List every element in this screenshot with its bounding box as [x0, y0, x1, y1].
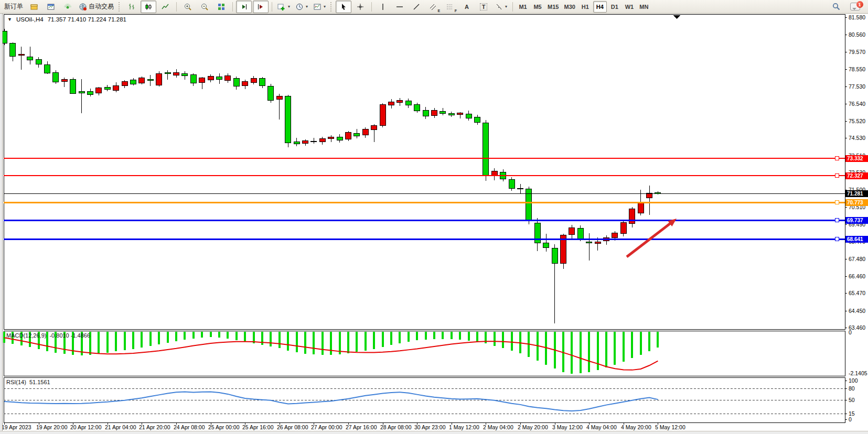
chevron-down-icon: ▾ — [324, 4, 326, 9]
price-chart[interactable]: 81.58080.56079.57078.55077.53076.54075.5… — [0, 14, 868, 434]
text-label-button[interactable]: T — [476, 1, 491, 13]
timeframe-m1-button[interactable]: M1 — [516, 1, 530, 13]
templates-button[interactable]: ▾ — [311, 1, 328, 13]
svg-text:25 Apr 00:00: 25 Apr 00:00 — [208, 424, 240, 430]
crosshair-button[interactable] — [352, 1, 368, 13]
macd-label: MACD(12,26,9) -0.8010 -1.4866 — [6, 332, 90, 339]
autotrade-globe-icon — [79, 3, 87, 11]
svg-text:20 Apr 12:00: 20 Apr 12:00 — [70, 424, 102, 430]
toolbar-separator — [272, 2, 272, 12]
svg-text:73.332: 73.332 — [847, 156, 863, 161]
rsi-label: RSI(14) 51.1561 — [6, 379, 50, 385]
svg-text:69.737: 69.737 — [847, 218, 863, 223]
text-button[interactable]: A — [459, 1, 475, 13]
svg-text:80: 80 — [849, 385, 855, 392]
svg-text:5 May 12:00: 5 May 12:00 — [655, 424, 685, 430]
notifications-button[interactable]: 1 — [847, 1, 863, 13]
svg-text:77.530: 77.530 — [849, 83, 865, 90]
timeframe-h1-button[interactable]: H1 — [578, 1, 592, 13]
timeframe-m30-button[interactable]: M30 — [562, 1, 577, 13]
shapes-icon — [495, 3, 503, 11]
symbol-ohlc: 71.357 71.410 71.224 71.281 — [48, 16, 126, 23]
shapes-button[interactable]: ▾ — [492, 1, 509, 13]
new-order-button[interactable]: 新订单 — [2, 1, 25, 13]
auto-trading-label: 自动交易 — [89, 2, 114, 11]
collapse-icon[interactable]: ▼ — [7, 17, 12, 22]
cursor-arrow-icon — [339, 3, 348, 11]
toolbar-grip — [119, 2, 121, 12]
svg-text:2 May 04:00: 2 May 04:00 — [483, 424, 513, 430]
chart-profiles-icon — [47, 3, 55, 11]
panel-borders — [4, 14, 845, 422]
svg-text:30 Apr 23:00: 30 Apr 23:00 — [414, 424, 446, 430]
chart-window[interactable]: 81.58080.56079.57078.55077.53076.54075.5… — [0, 14, 868, 434]
window-bottom-frame — [0, 431, 868, 434]
zoom-in-icon — [184, 3, 192, 11]
indicators-plus-icon — [277, 3, 286, 11]
bar-chart-icon — [127, 3, 136, 11]
toolbar-separator — [512, 2, 513, 12]
new-chart-button[interactable] — [26, 1, 42, 13]
timeframe-w1-button[interactable]: W1 — [623, 1, 636, 13]
candlestick-chart-button[interactable] — [141, 1, 156, 13]
svg-text:76.540: 76.540 — [849, 101, 865, 107]
svg-text:100: 100 — [849, 377, 858, 384]
time-axis: 19 Apr 202319 Apr 20:0020 Apr 12:0021 Ap… — [2, 422, 685, 430]
chevron-down-icon: ▾ — [288, 4, 290, 9]
trendline-icon — [412, 3, 421, 11]
tile-windows-icon — [217, 3, 226, 11]
market-signals-button[interactable] — [60, 1, 76, 13]
svg-text:19 Apr 2023: 19 Apr 2023 — [2, 424, 31, 430]
vertical-line-button[interactable] — [375, 1, 391, 13]
notification-badge: 1 — [856, 1, 863, 8]
svg-text:26 Apr 08:00: 26 Apr 08:00 — [277, 424, 308, 430]
chart-header: ▼ USOil-,H4 71.357 71.410 71.224 71.281 — [7, 16, 126, 23]
auto-scroll-button[interactable] — [236, 1, 252, 13]
chevron-down-icon: ▾ — [306, 4, 308, 9]
chart-shift-icon — [256, 3, 265, 11]
timeframe-mn-button[interactable]: MN — [637, 1, 651, 13]
equidistant-channel-icon — [429, 3, 437, 11]
toolbar-separator — [176, 2, 177, 12]
indicators-button[interactable]: ▾ — [275, 1, 292, 13]
search-button[interactable] — [828, 1, 844, 13]
line-chart-button[interactable] — [157, 1, 173, 13]
chart-profiles-button[interactable] — [43, 1, 59, 13]
trendline-button[interactable] — [409, 1, 424, 13]
horizontal-line-button[interactable] — [392, 1, 408, 13]
svg-text:79.570: 79.570 — [849, 49, 865, 55]
svg-text:1 May 12:00: 1 May 12:00 — [449, 424, 479, 430]
svg-text:71.281: 71.281 — [847, 191, 863, 197]
timeframe-m5-button[interactable]: M5 — [531, 1, 544, 13]
fibonacci-button[interactable]: F — [442, 1, 458, 13]
svg-text:78.550: 78.550 — [849, 66, 865, 72]
tile-windows-button[interactable] — [213, 1, 229, 13]
timeframe-d1-button[interactable]: D1 — [608, 1, 621, 13]
timeframe-m15-button[interactable]: M15 — [545, 1, 561, 13]
rsi-name: RSI(14) — [6, 379, 26, 385]
auto-trading-button[interactable]: 自动交易 — [77, 1, 116, 13]
zoom-out-button[interactable] — [197, 1, 212, 13]
svg-text:4 May 20:00: 4 May 20:00 — [621, 424, 651, 430]
svg-text:50: 50 — [849, 397, 855, 403]
timeframe-h4-button[interactable]: H4 — [593, 1, 607, 13]
toolbar-grip — [330, 2, 333, 12]
svg-text:68.641: 68.641 — [847, 236, 863, 242]
chart-shift-button[interactable] — [253, 1, 269, 13]
svg-text:24 Apr 08:00: 24 Apr 08:00 — [174, 424, 205, 430]
periods-button[interactable]: ▾ — [293, 1, 310, 13]
svg-text:27 Apr 16:00: 27 Apr 16:00 — [346, 424, 377, 430]
svg-text:75.520: 75.520 — [849, 118, 865, 124]
zoom-in-button[interactable] — [180, 1, 196, 13]
bar-chart-button[interactable] — [124, 1, 140, 13]
toolbar-separator — [232, 2, 233, 12]
window-left-frame — [0, 14, 3, 434]
svg-text:19 Apr 20:00: 19 Apr 20:00 — [36, 424, 68, 430]
chevron-down-icon: ▾ — [505, 4, 507, 9]
equidistant-channel-button[interactable]: E — [425, 1, 441, 13]
svg-text:70.773: 70.773 — [847, 200, 863, 205]
market-signals-icon — [63, 3, 72, 11]
cursor-button[interactable] — [336, 1, 351, 13]
svg-text:0: 0 — [849, 416, 852, 422]
crosshair-icon — [356, 3, 365, 11]
